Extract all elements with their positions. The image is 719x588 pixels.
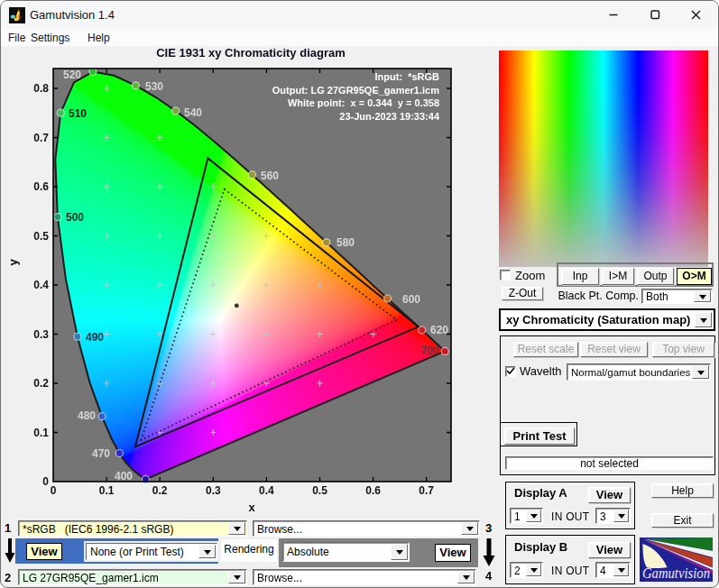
svg-text:Gamutvision: Gamutvision bbox=[642, 565, 710, 581]
